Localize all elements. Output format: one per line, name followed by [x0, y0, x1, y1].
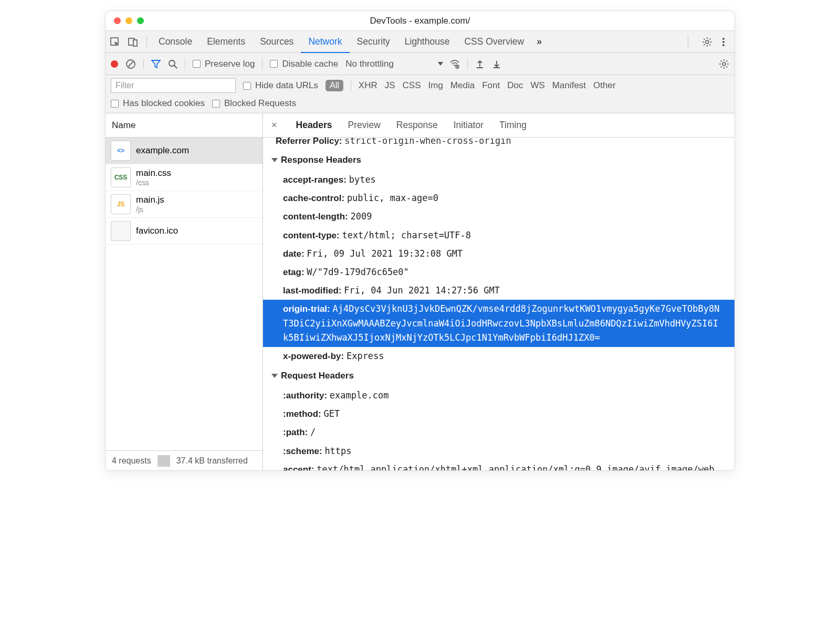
details-body[interactable]: Referrer Policy: strict-origin-when-cros… — [263, 138, 734, 470]
header-row[interactable]: :method: GET — [263, 405, 734, 423]
divider — [262, 58, 262, 70]
svg-point-3 — [706, 40, 709, 44]
css-file-icon: CSS — [111, 167, 131, 187]
header-row[interactable]: accept-ranges: bytes — [263, 171, 734, 189]
divider — [467, 58, 468, 70]
has-blocked-cookies-checkbox[interactable]: Has blocked cookies — [111, 98, 205, 109]
gear-icon[interactable] — [702, 37, 712, 47]
window-controls — [106, 17, 144, 24]
header-row-selected[interactable]: origin-trial: Aj4DysCv3VjknU3jJvkDEwnQZK… — [263, 300, 734, 347]
window-title: DevTools - example.com/ — [370, 16, 470, 26]
filter-all[interactable]: All — [326, 80, 343, 91]
device-toggle-icon[interactable] — [128, 37, 138, 47]
header-row[interactable]: date: Fri, 09 Jul 2021 19:32:08 GMT — [263, 245, 734, 263]
tabs-overflow-icon[interactable]: » — [531, 36, 547, 47]
minimize-window[interactable] — [125, 17, 132, 24]
hide-data-urls-checkbox[interactable]: Hide data URLs — [243, 80, 318, 91]
chevron-down-icon — [438, 62, 443, 66]
filter-doc[interactable]: Doc — [507, 80, 523, 91]
transferred-size: 37.4 kB transferred — [170, 456, 254, 466]
disable-cache-checkbox[interactable]: Disable cache — [270, 59, 338, 69]
dtab-response[interactable]: Response — [396, 120, 438, 131]
tab-css-overview[interactable]: CSS Overview — [457, 31, 531, 52]
filter-ws[interactable]: WS — [530, 80, 544, 91]
dtab-timing[interactable]: Timing — [499, 120, 527, 131]
filter-img[interactable]: Img — [428, 80, 443, 91]
content-split: Name <> example.com CSS main.css/css JS … — [106, 113, 734, 470]
close-details-icon[interactable]: × — [268, 120, 280, 131]
header-row[interactable]: :scheme: https — [263, 442, 734, 460]
svg-point-12 — [722, 62, 726, 66]
svg-point-9 — [169, 60, 175, 66]
request-row[interactable]: CSS main.css/css — [106, 164, 262, 191]
search-icon[interactable] — [168, 59, 177, 69]
header-row[interactable]: :authority: example.com — [263, 386, 734, 405]
dtab-headers[interactable]: Headers — [296, 120, 332, 131]
header-row[interactable]: cache-control: public, max-age=0 — [263, 189, 734, 207]
filter-other[interactable]: Other — [593, 80, 616, 91]
request-row[interactable]: JS main.js/js — [106, 191, 262, 218]
network-toolbar: Preserve log Disable cache No throttling — [106, 53, 734, 75]
column-header-name[interactable]: Name — [106, 113, 262, 138]
network-conditions-icon[interactable] — [449, 59, 460, 69]
dtab-preview[interactable]: Preview — [348, 120, 381, 131]
header-row: Referrer Policy: strict-origin-when-cros… — [263, 138, 734, 150]
maximize-window[interactable] — [137, 17, 144, 24]
filter-manifest[interactable]: Manifest — [552, 80, 586, 91]
response-headers-section[interactable]: Response Headers — [263, 150, 734, 171]
tab-console[interactable]: Console — [151, 31, 200, 52]
request-row[interactable]: favicon.ico — [106, 218, 262, 245]
close-window[interactable] — [114, 17, 121, 24]
tab-sources[interactable]: Sources — [253, 31, 301, 52]
tab-security[interactable]: Security — [350, 31, 397, 52]
caret-down-icon — [271, 158, 278, 162]
svg-line-8 — [128, 61, 133, 67]
inspect-icon[interactable] — [110, 37, 120, 47]
devtools-window: DevTools - example.com/ Console Elements… — [105, 10, 735, 471]
filter-js[interactable]: JS — [385, 80, 395, 91]
throttling-dropdown[interactable]: No throttling — [345, 59, 460, 69]
upload-har-icon[interactable] — [475, 59, 485, 69]
request-headers-section[interactable]: Request Headers — [263, 365, 734, 386]
record-button[interactable] — [111, 60, 118, 68]
status-bar: 4 requests 37.4 kB transferred — [106, 450, 262, 470]
filter-font[interactable]: Font — [482, 80, 500, 91]
caret-down-icon — [271, 374, 278, 378]
download-har-icon[interactable] — [492, 59, 501, 69]
titlebar: DevTools - example.com/ — [106, 11, 734, 31]
main-tabbar: Console Elements Sources Network Securit… — [106, 31, 734, 53]
header-row[interactable]: accept: text/html,application/xhtml+xml,… — [263, 460, 734, 470]
html-file-icon: <> — [111, 141, 131, 161]
divider — [146, 36, 147, 48]
filter-xhr[interactable]: XHR — [359, 80, 377, 91]
svg-point-5 — [722, 41, 724, 43]
header-row[interactable]: last-modified: Fri, 04 Jun 2021 14:27:56… — [263, 281, 734, 300]
header-row[interactable]: etag: W/"7d9-179d76c65e0" — [263, 263, 734, 281]
request-list: Name <> example.com CSS main.css/css JS … — [106, 113, 263, 470]
file-icon — [111, 221, 131, 241]
divider — [143, 58, 144, 70]
kebab-menu-icon[interactable] — [722, 37, 725, 47]
filter-bar: Filter Hide data URLs All XHR JS CSS Img… — [106, 75, 734, 113]
filter-css[interactable]: CSS — [403, 80, 421, 91]
filter-media[interactable]: Media — [450, 80, 475, 91]
preserve-log-checkbox[interactable]: Preserve log — [193, 59, 255, 69]
clear-icon[interactable] — [125, 59, 136, 69]
tab-elements[interactable]: Elements — [200, 31, 253, 52]
tab-lighthouse[interactable]: Lighthouse — [397, 31, 457, 52]
filter-icon[interactable] — [151, 59, 161, 69]
request-row[interactable]: <> example.com — [106, 138, 262, 164]
header-row[interactable]: x-powered-by: Express — [263, 347, 734, 365]
header-row[interactable]: content-type: text/html; charset=UTF-8 — [263, 226, 734, 245]
divider — [351, 80, 351, 91]
svg-line-10 — [174, 66, 177, 68]
header-row[interactable]: content-length: 2009 — [263, 207, 734, 226]
filter-input[interactable]: Filter — [111, 78, 236, 93]
js-file-icon: JS — [111, 194, 131, 214]
settings-icon[interactable] — [719, 59, 729, 69]
details-pane: × Headers Preview Response Initiator Tim… — [263, 113, 734, 470]
dtab-initiator[interactable]: Initiator — [454, 120, 484, 131]
blocked-requests-checkbox[interactable]: Blocked Requests — [212, 98, 296, 109]
header-row[interactable]: :path: / — [263, 423, 734, 441]
tab-network[interactable]: Network — [301, 31, 349, 53]
